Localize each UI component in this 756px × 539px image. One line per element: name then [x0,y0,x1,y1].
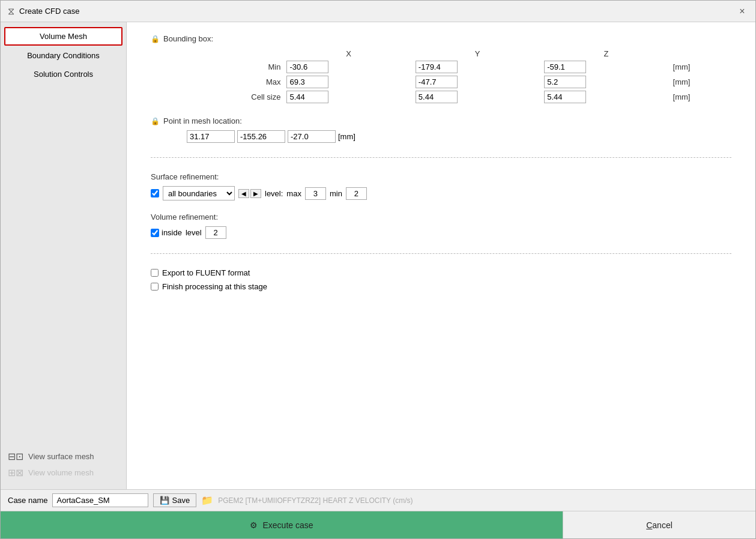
finish-processing-checkbox[interactable] [151,283,159,291]
path-label: PGEM2 [TM+UMIIOFFYTZRZ2] HEART Z VELOCIT… [218,496,748,505]
table-row: Cell size [mm] [187,89,731,104]
point-location-inputs: [mm] [187,130,731,143]
title-bar-left: ⧖ Create CFD case [8,6,79,17]
sidebar-bottom: ⊟⊡ View surface mesh ⊞⊠ View volume mesh [4,445,122,484]
view-volume-mesh-button[interactable]: ⊞⊠ View volume mesh [4,466,122,480]
max-x-input[interactable] [286,76,328,88]
save-button[interactable]: 💾 Save [153,493,196,507]
all-boundaries-checkbox-wrapper [151,189,159,197]
cellsize-z-input[interactable] [544,91,586,103]
execute-icon: ⚙ [250,520,258,530]
footer-bar: Case name 💾 Save 📁 PGEM2 [TM+UMIIOFFYTZR… [1,489,755,511]
title-bar: ⧖ Create CFD case × [1,1,755,22]
point-y-input[interactable] [237,130,285,143]
cancel-button[interactable]: Cancel [563,511,755,538]
point-z-input[interactable] [288,130,336,143]
window-title: Create CFD case [19,7,79,16]
case-name-label: Case name [8,496,47,505]
bounding-box-table: X Y Z Min [mm] [187,48,731,104]
volume-level-input[interactable] [205,226,226,239]
max-label: max [286,189,301,198]
cellsize-unit: [mm] [671,89,731,104]
max-unit: [mm] [671,74,731,89]
inside-label: inside [162,228,182,237]
sidebar-item-solution-controls[interactable]: Solution Controls [4,65,122,83]
table-row: Min [mm] [187,59,731,74]
fluent-export-checkbox[interactable] [151,269,159,277]
table-row: Max [mm] [187,74,731,89]
point-location-section: 🔒 Point in mesh location: [mm] [151,116,731,143]
row-max-label: Max [187,74,284,89]
surface-refinement-title: Surface refinement: [151,172,731,181]
content-area: 🔒 Bounding box: X Y Z [127,22,755,489]
sidebar-item-boundary-conditions[interactable]: Boundary Conditions [4,47,122,64]
col-header-x: X [284,48,413,59]
max-z-input[interactable] [544,76,586,88]
fluent-export-row: Export to FLUENT format [151,268,731,277]
close-button[interactable]: × [736,5,748,17]
volume-mesh-icon: ⊞⊠ [8,467,23,478]
fluent-export-label: Export to FLUENT format [162,268,250,277]
max-level-input[interactable] [305,187,326,200]
app-icon: ⧖ [8,6,14,17]
action-bar: ⚙ Execute case Cancel [1,511,755,538]
point-x-input[interactable] [187,130,235,143]
row-min-label: Min [187,59,284,74]
row-cellsize-label: Cell size [187,89,284,104]
cellsize-x-input[interactable] [286,91,328,103]
main-content: Volume Mesh Boundary Conditions Solution… [1,22,755,489]
divider-2 [151,253,731,254]
sidebar: Volume Mesh Boundary Conditions Solution… [1,22,127,489]
min-level-input[interactable] [346,187,367,200]
min-x-input[interactable] [286,61,328,73]
folder-icon: 📁 [201,495,213,506]
level-label: level: [265,189,283,198]
col-header-y: Y [413,48,542,59]
finish-processing-row: Finish processing at this stage [151,282,731,291]
all-boundaries-checkbox[interactable] [151,189,159,197]
sidebar-item-volume-mesh[interactable]: Volume Mesh [4,27,122,46]
max-y-input[interactable] [416,76,458,88]
view-surface-mesh-button[interactable]: ⊟⊡ View surface mesh [4,450,122,463]
export-section: Export to FLUENT format Finish processin… [151,268,731,291]
nav-left-button[interactable]: ◀ [238,189,249,198]
min-y-input[interactable] [416,61,458,73]
execute-button[interactable]: ⚙ Execute case [1,511,563,538]
volume-level-label: level [186,228,202,237]
volume-refinement-row: inside level [151,226,731,239]
min-label: min [330,189,342,198]
finish-processing-label: Finish processing at this stage [162,282,267,291]
view-buttons: ⊟⊡ View surface mesh ⊞⊠ View volume mesh [4,445,122,484]
bounding-box-icon: 🔒 [151,35,160,43]
bounding-box-section: 🔒 Bounding box: X Y Z [151,34,731,104]
volume-refinement-section: Volume refinement: inside level [151,212,731,239]
surface-refinement-section: Surface refinement: all boundaries ◀ ▶ l… [151,172,731,200]
col-header-z: Z [542,48,670,59]
point-location-title: 🔒 Point in mesh location: [151,116,731,125]
point-icon: 🔒 [151,117,160,125]
surface-mesh-icon: ⊟⊡ [8,451,23,462]
inside-checkbox[interactable] [151,229,159,237]
surface-refinement-row: all boundaries ◀ ▶ level: max min [151,186,731,200]
save-icon: 💾 [160,496,169,505]
divider-1 [151,157,731,158]
nav-right-button[interactable]: ▶ [250,189,261,198]
cellsize-y-input[interactable] [416,91,458,103]
bounding-box-title: 🔒 Bounding box: [151,34,731,43]
main-window: ⧖ Create CFD case × Volume Mesh Boundary… [0,0,756,539]
min-unit: [mm] [671,59,731,74]
nav-arrows: ◀ ▶ [238,189,261,198]
inside-checkbox-wrapper: inside [151,228,182,237]
point-unit: [mm] [338,132,355,141]
case-name-input[interactable] [52,493,148,507]
min-z-input[interactable] [544,61,586,73]
boundary-dropdown[interactable]: all boundaries [163,186,235,200]
volume-refinement-title: Volume refinement: [151,212,731,221]
